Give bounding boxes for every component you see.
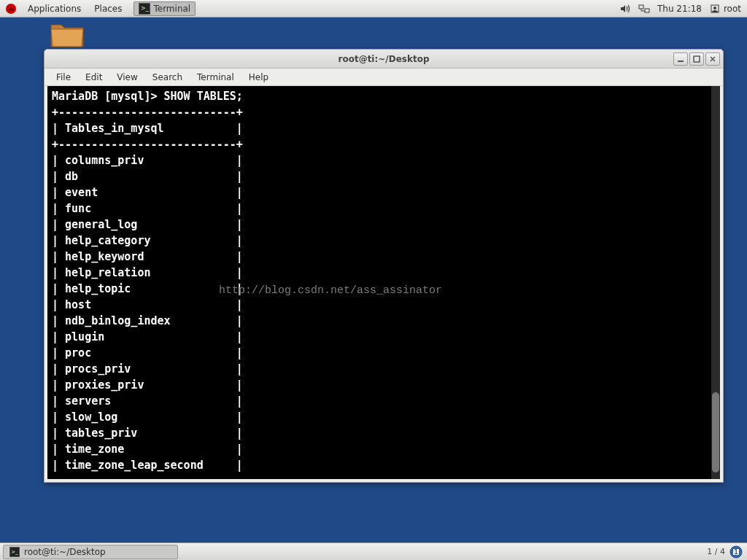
menu-terminal[interactable]: Terminal bbox=[190, 69, 241, 86]
window-title: root@ti:~/Desktop bbox=[44, 54, 723, 64]
window-titlebar[interactable]: root@ti:~/Desktop bbox=[44, 50, 723, 69]
bottom-panel: >_ root@ti:~/Desktop 1 / 4 1 bbox=[0, 542, 747, 560]
window-buttons bbox=[673, 52, 720, 66]
maximize-button[interactable] bbox=[689, 52, 704, 66]
svg-rect-1 bbox=[639, 5, 643, 9]
top-panel-right: Thu 21:18 root bbox=[619, 3, 747, 15]
svg-rect-6 bbox=[694, 56, 700, 62]
user-icon bbox=[709, 3, 721, 15]
top-panel: Applications Places >_ Terminal Thu 21:1… bbox=[0, 0, 747, 18]
places-menu[interactable]: Places bbox=[88, 0, 128, 18]
svg-rect-5 bbox=[678, 61, 684, 62]
svg-point-4 bbox=[713, 7, 716, 9]
terminal-icon: >_ bbox=[139, 3, 150, 15]
taskbar-item-label: Terminal bbox=[153, 4, 190, 14]
menu-edit[interactable]: Edit bbox=[78, 69, 109, 86]
terminal-icon: >_ bbox=[9, 547, 20, 557]
terminal-window: root@ti:~/Desktop File Edit View Search … bbox=[44, 49, 724, 483]
desktop-folder-icon[interactable] bbox=[50, 22, 85, 50]
menu-search[interactable]: Search bbox=[145, 69, 190, 86]
clock[interactable]: Thu 21:18 bbox=[657, 4, 702, 14]
menu-file[interactable]: File bbox=[49, 69, 78, 86]
menu-view[interactable]: View bbox=[109, 69, 144, 86]
minimize-button[interactable] bbox=[673, 52, 688, 66]
distro-logo-icon[interactable] bbox=[4, 2, 18, 15]
terminal-output: MariaDB [mysql]> SHOW TABLES; +---------… bbox=[47, 86, 720, 475]
workspace-switcher-icon[interactable]: 1 bbox=[729, 545, 743, 559]
user-label: root bbox=[724, 4, 741, 14]
bottom-panel-right: 1 / 4 1 bbox=[707, 545, 747, 559]
svg-rect-2 bbox=[645, 9, 649, 12]
menu-help[interactable]: Help bbox=[241, 69, 276, 86]
volume-icon[interactable] bbox=[619, 3, 631, 15]
scrollbar-thumb[interactable] bbox=[712, 392, 719, 472]
taskbar-item-terminal[interactable]: >_ Terminal bbox=[133, 1, 196, 16]
applications-menu[interactable]: Applications bbox=[22, 0, 87, 18]
taskbar-button-terminal[interactable]: >_ root@ti:~/Desktop bbox=[3, 545, 178, 559]
workspace-indicator[interactable]: 1 / 4 bbox=[707, 547, 725, 556]
close-button[interactable] bbox=[705, 52, 720, 66]
top-panel-left: Applications Places >_ Terminal bbox=[0, 0, 196, 18]
network-icon[interactable] bbox=[638, 3, 650, 15]
terminal-body[interactable]: MariaDB [mysql]> SHOW TABLES; +---------… bbox=[47, 86, 720, 479]
terminal-scrollbar[interactable] bbox=[711, 86, 720, 479]
taskbar-button-label: root@ti:~/Desktop bbox=[24, 547, 106, 557]
user-menu[interactable]: root bbox=[709, 3, 741, 15]
menubar: File Edit View Search Terminal Help bbox=[44, 69, 723, 86]
svg-text:1: 1 bbox=[734, 549, 738, 556]
